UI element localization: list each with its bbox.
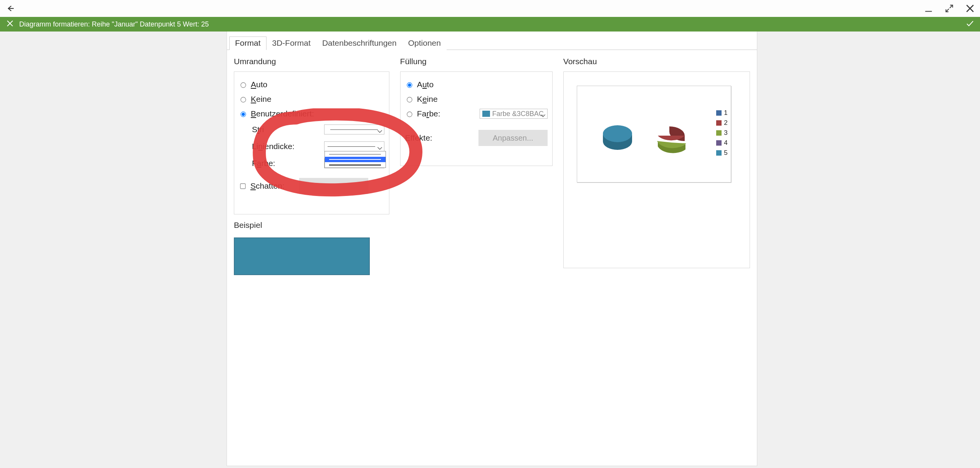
- outline-none-radio[interactable]: [240, 97, 246, 102]
- legend-item-5: 5: [716, 149, 727, 157]
- legend-swatch: [716, 140, 722, 146]
- cancel-icon[interactable]: [5, 19, 15, 30]
- close-window-icon[interactable]: [963, 2, 977, 15]
- fill-color-name: Farbe &3C8BAC: [492, 110, 544, 118]
- tab-data-labels[interactable]: Datenbeschriftungen: [316, 37, 402, 50]
- window-top-bar: [0, 0, 980, 17]
- dialog-body: Format 3D-Format Datenbeschriftungen Opt…: [227, 32, 757, 466]
- outline-custom-radio[interactable]: [240, 111, 246, 117]
- effects-label: Effekte:: [405, 133, 432, 143]
- shadow-customize-button: [299, 178, 368, 194]
- preview-chart: 1 2 3 4: [577, 86, 731, 183]
- shadow-checkbox[interactable]: [240, 183, 245, 189]
- fill-auto-label: Auto: [417, 80, 434, 89]
- outline-style-label: Stri: [252, 125, 310, 134]
- preview-legend: 1 2 3 4: [716, 109, 727, 157]
- tab-options[interactable]: Optionen: [402, 37, 447, 50]
- minimize-icon[interactable]: [922, 2, 935, 15]
- dialog-header: Diagramm formatieren: Reihe "Januar" Dat…: [0, 17, 980, 32]
- legend-item-2: 2: [716, 119, 727, 127]
- legend-item-1: 1: [716, 109, 727, 117]
- legend-label: 5: [724, 149, 727, 157]
- outline-width-label: Liniendicke:: [252, 142, 310, 151]
- fill-none-label: Keine: [417, 95, 438, 104]
- outline-custom-label: Benutzerdefiniert:: [251, 109, 314, 118]
- fill-none-radio[interactable]: [407, 97, 412, 102]
- outline-auto-radio[interactable]: [240, 82, 246, 88]
- legend-label: 1: [724, 109, 727, 117]
- fill-color-radio[interactable]: [407, 111, 412, 117]
- example-swatch: [234, 237, 370, 275]
- legend-item-4: 4: [716, 139, 727, 147]
- effects-button: Anpassen...: [478, 130, 548, 146]
- fill-group: Auto Keine Farbe: Farbe &3C8BAC: [400, 71, 553, 166]
- restore-icon[interactable]: [942, 2, 956, 15]
- fill-group-label: Füllung: [400, 57, 553, 66]
- preview-group: 1 2 3 4: [563, 71, 750, 268]
- example-group-label: Beispiel: [234, 221, 389, 230]
- outline-width-select[interactable]: [324, 141, 384, 151]
- legend-swatch: [716, 110, 722, 116]
- fill-auto-radio[interactable]: [407, 82, 412, 88]
- tab-strip: Format 3D-Format Datenbeschriftungen Opt…: [227, 32, 757, 50]
- outline-group-label: Umrandung: [234, 57, 389, 66]
- chevron-down-icon: [540, 111, 546, 116]
- legend-label: 3: [724, 129, 727, 137]
- fill-color-swatch: [482, 111, 490, 117]
- legend-swatch: [716, 130, 722, 136]
- tab-3d-format[interactable]: 3D-Format: [267, 37, 316, 50]
- fill-color-select[interactable]: Farbe &3C8BAC: [480, 109, 548, 119]
- outline-style-select[interactable]: [324, 124, 384, 134]
- back-icon[interactable]: [3, 2, 17, 15]
- fill-color-label: Farbe:: [417, 109, 440, 118]
- preview-group-label: Vorschau: [563, 57, 750, 66]
- legend-label: 4: [724, 139, 727, 147]
- tab-format[interactable]: Format: [229, 37, 267, 50]
- legend-swatch: [716, 150, 722, 156]
- chevron-down-icon: [377, 127, 382, 132]
- shadow-label: Schatten:: [250, 181, 285, 191]
- outline-group: Auto Keine Benutzerdefiniert: Stri: [234, 71, 389, 214]
- outline-auto-label: Auto: [251, 80, 267, 89]
- outline-none-label: Keine: [251, 95, 271, 104]
- legend-item-3: 3: [716, 129, 727, 137]
- legend-swatch: [716, 120, 722, 126]
- outline-width-option-2[interactable]: [325, 157, 386, 162]
- outline-width-popup: [324, 151, 386, 168]
- svg-point-1: [603, 125, 632, 142]
- dialog-title: Diagramm formatieren: Reihe "Januar" Dat…: [19, 20, 209, 28]
- chevron-down-icon: [377, 144, 382, 149]
- outline-color-label: Farbe:: [252, 159, 310, 168]
- legend-label: 2: [724, 119, 727, 127]
- outline-width-option-3[interactable]: [325, 162, 386, 168]
- outline-width-option-1[interactable]: [325, 151, 386, 157]
- confirm-icon[interactable]: [965, 19, 975, 30]
